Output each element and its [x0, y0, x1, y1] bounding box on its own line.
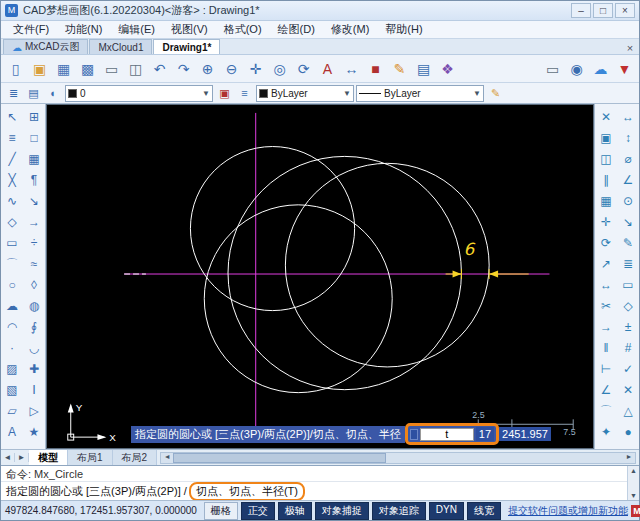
toolbar-button-plot[interactable]: ▭	[100, 57, 123, 80]
toolbar-button-save-as[interactable]: ▩	[76, 57, 99, 80]
modify-tool-copy[interactable]: ▣	[596, 127, 616, 148]
layer-dropdown[interactable]: 0 ▼	[65, 85, 213, 102]
maximize-button[interactable]: □	[593, 3, 613, 18]
draw-tool-ray[interactable]: →	[24, 211, 44, 232]
match-properties-button[interactable]: ✎	[486, 85, 505, 102]
modify-tool-dim-leader[interactable]: ↘	[618, 211, 638, 232]
toolbar-button-redo[interactable]: ↷	[172, 57, 195, 80]
draw-tool-insert-block[interactable]: ⊞	[24, 106, 44, 127]
toolbar-button-open[interactable]: ▣	[28, 57, 51, 80]
toolbar-button-zoom-out[interactable]: ⊖	[220, 57, 243, 80]
toolbar-button-zoom-extents[interactable]: ◎	[268, 57, 291, 80]
draw-tool-donut[interactable]: ◍	[24, 295, 44, 316]
toolbar-button-new[interactable]: ▯	[4, 57, 27, 80]
modify-tool-stretch[interactable]: ↔	[596, 274, 616, 295]
modify-tool-dim-check[interactable]: ✓	[618, 358, 638, 379]
draw-tool-favorite[interactable]: ★	[24, 421, 44, 442]
draw-tool-gradient[interactable]: ▧	[2, 379, 22, 400]
modify-tool-dim-delete[interactable]: ✕	[618, 379, 638, 400]
draw-tool-table[interactable]: ▦	[24, 148, 44, 169]
draw-tool-circle[interactable]: ○	[2, 274, 22, 295]
menu-item-edit[interactable]: 编辑(E)	[110, 21, 163, 38]
toolbar-button-pdf-export[interactable]: ▼	[613, 57, 636, 80]
modify-tool-scale[interactable]: ↗	[596, 253, 616, 274]
property-tool-color-picker[interactable]: ▣	[215, 85, 234, 102]
modify-tool-dim-linear[interactable]: ↔	[618, 106, 638, 127]
command-option-highlight[interactable]: 切点、切点、半径(T)	[189, 482, 305, 501]
status-toggle-dyn[interactable]: DYN	[429, 502, 464, 520]
modify-tool-explode[interactable]: ✦	[596, 421, 616, 442]
draw-tool-arc-continue[interactable]: ◡	[24, 337, 44, 358]
linetype-dropdown[interactable]: ByLayer ▼	[356, 85, 484, 102]
modify-tool-dim-angle-mark[interactable]: △	[618, 400, 638, 421]
draw-tool-polygon[interactable]: ◇	[2, 211, 22, 232]
tab-close-icon[interactable]: ×	[623, 42, 637, 54]
modify-tool-array[interactable]: ▦	[596, 190, 616, 211]
toolbar-button-dimension[interactable]: ↔	[340, 57, 363, 80]
status-toggle-grid[interactable]: 栅格	[204, 502, 238, 520]
menu-item-help[interactable]: 帮助(H)	[377, 21, 430, 38]
draw-tool-xline[interactable]: ╳	[2, 169, 22, 190]
scroll-right-icon[interactable]: ►	[623, 453, 635, 463]
modify-tool-move[interactable]: ✛	[596, 211, 616, 232]
feedback-link[interactable]: 提交软件问题或增加新功能	[508, 504, 628, 518]
draw-tool-helix[interactable]: ∮	[24, 316, 44, 337]
modify-tool-rotate[interactable]: ⟳	[596, 232, 616, 253]
toolbar-button-palette[interactable]: ❖	[436, 57, 459, 80]
draw-tool-boundary[interactable]: ◊	[24, 274, 44, 295]
layer-tool-layer-off[interactable]: ◐	[44, 85, 63, 102]
draw-tool-rectangle[interactable]: ▭	[2, 232, 22, 253]
doc-tab-mxcad-cloud[interactable]: ☁ MxCAD云图	[3, 39, 88, 54]
dynamic-input-field[interactable]	[420, 428, 474, 441]
draw-tool-play[interactable]: ▷	[24, 400, 44, 421]
modify-tool-dim-tolerance[interactable]: ±	[618, 316, 638, 337]
draw-tool-region[interactable]: ▱	[2, 400, 22, 421]
toolbar-button-table[interactable]: ▤	[412, 57, 435, 80]
toolbar-button-regen[interactable]: ⟳	[292, 57, 315, 80]
draw-tool-add-vertex[interactable]: ✚	[24, 358, 44, 379]
modify-tool-erase[interactable]: ✕	[596, 106, 616, 127]
layout-tab-layout2[interactable]: 布局2	[113, 450, 158, 465]
minimize-button[interactable]: –	[571, 3, 591, 18]
modify-tool-break[interactable]: ‖	[596, 337, 616, 358]
modify-tool-dim-angular[interactable]: ∠	[618, 169, 638, 190]
tab-scroll-right-icon[interactable]: ►	[15, 453, 29, 462]
close-button[interactable]: ×	[615, 3, 635, 18]
modify-tool-dim-aligned[interactable]: ↕	[618, 127, 638, 148]
toolbar-button-pencil[interactable]: ✎	[388, 57, 411, 80]
modify-tool-extend[interactable]: →	[596, 316, 616, 337]
modify-tool-join[interactable]: ⊢	[596, 358, 616, 379]
toolbar-button-pan[interactable]: ✛	[244, 57, 267, 80]
status-toggle-osnap[interactable]: 对象捕捉	[315, 502, 369, 520]
modify-tool-dim-baseline[interactable]: ▭	[618, 274, 638, 295]
draw-tool-text[interactable]: A	[2, 421, 22, 442]
property-tool-linetype-manager[interactable]: ≡	[235, 85, 254, 102]
toolbar-button-undo[interactable]: ↶	[148, 57, 171, 80]
modify-tool-fillet[interactable]: ⌒	[596, 400, 616, 421]
modify-tool-dim-style[interactable]: ≣	[618, 253, 638, 274]
tab-scroll-left-icon[interactable]: ◄	[1, 453, 15, 462]
toolbar-button-save[interactable]: ▦	[52, 57, 75, 80]
command-history[interactable]: 命令: Mx_Circle	[1, 466, 627, 482]
toolbar-button-printer[interactable]: ▭	[541, 57, 564, 80]
scroll-down-icon[interactable]: ▼	[630, 492, 637, 499]
menu-item-draw[interactable]: 绘图(D)	[270, 21, 323, 38]
layer-tool-layer-manager[interactable]: ≣	[4, 85, 23, 102]
toolbar-button-web[interactable]: ◉	[565, 57, 588, 80]
modify-tool-mirror[interactable]: ◫	[596, 148, 616, 169]
command-prompt[interactable]: 指定圆的圆心或 [三点(3P)/两点(2P)] / 切点、切点、半径(T)	[1, 482, 627, 501]
draw-tool-revcloud[interactable]: ☁	[2, 295, 22, 316]
menu-item-function[interactable]: 功能(N)	[57, 21, 110, 38]
menu-item-view[interactable]: 视图(V)	[163, 21, 216, 38]
draw-tool-point[interactable]: ·	[2, 337, 22, 358]
draw-tool-select[interactable]: ↖	[2, 106, 22, 127]
modify-tool-dim-node[interactable]: ●	[618, 421, 638, 442]
toolbar-button-text[interactable]: A	[316, 57, 339, 80]
draw-tool-mtext[interactable]: ¶	[24, 169, 44, 190]
menu-item-format[interactable]: 格式(O)	[216, 21, 270, 38]
layer-tool-layer-states[interactable]: ▤	[24, 85, 43, 102]
modify-tool-dim-diameter[interactable]: ⌀	[618, 148, 638, 169]
draw-tool-arc[interactable]: ⌒	[2, 253, 22, 274]
draw-tool-polyline[interactable]: ∿	[2, 190, 22, 211]
doc-tab-drawing1[interactable]: Drawing1*	[153, 39, 220, 54]
